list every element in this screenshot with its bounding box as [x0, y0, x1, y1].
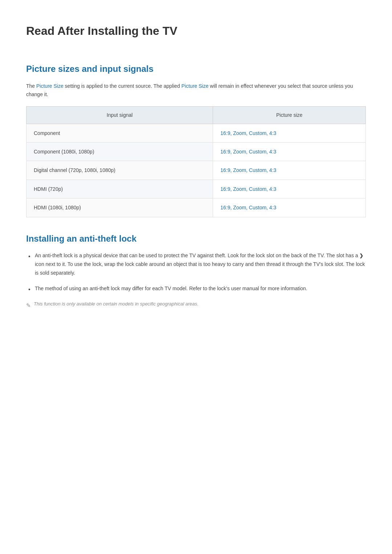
list-item-1: An anti-theft lock is a physical device … — [26, 251, 366, 277]
table-row: Component (1080i, 1080p)16:9, Zoom, Cust… — [26, 142, 366, 161]
anti-theft-section: Installing an anti-theft lock An anti-th… — [26, 232, 366, 310]
intro-paragraph: The Picture Size setting is applied to t… — [26, 82, 366, 99]
picture-sizes-heading: Picture sizes and input signals — [26, 62, 366, 76]
note-line: ✎ This function is only available on cer… — [26, 300, 366, 310]
intro-text-part2: setting is applied to the current source… — [64, 83, 181, 89]
table-row: HDMI (720p)16:9, Zoom, Custom, 4:3 — [26, 180, 366, 198]
picture-sizes-table: Input signal Picture size Component16:9,… — [26, 106, 366, 217]
signal-cell: HDMI (720p) — [26, 180, 213, 198]
pencil-icon: ✎ — [26, 301, 31, 310]
bullet1-text-part1: An anti-theft lock is a physical device … — [35, 253, 359, 258]
chevron-right-icon: ❯ — [359, 252, 363, 260]
page-title: Read After Installing the TV — [26, 22, 366, 44]
note-text: This function is only available on certa… — [34, 300, 199, 308]
bullet1-text-part2: icon next to it. To use the lock, wrap t… — [35, 261, 365, 276]
picture-sizes-section: Picture sizes and input signals The Pict… — [26, 62, 366, 217]
col-input-signal-header: Input signal — [26, 107, 213, 124]
signal-cell: Component — [26, 124, 213, 142]
intro-text-part1: The — [26, 83, 36, 89]
signal-cell: Digital channel (720p, 1080i, 1080p) — [26, 161, 213, 180]
col-picture-size-header: Picture size — [213, 107, 366, 124]
list-item-2: The method of using an anti-theft lock m… — [26, 284, 366, 293]
anti-theft-list: An anti-theft lock is a physical device … — [26, 251, 366, 293]
anti-theft-heading: Installing an anti-theft lock — [26, 232, 366, 246]
signal-cell: HDMI (1080i, 1080p) — [26, 198, 213, 217]
table-row: Digital channel (720p, 1080i, 1080p)16:9… — [26, 161, 366, 180]
size-cell: 16:9, Zoom, Custom, 4:3 — [213, 198, 366, 217]
size-cell: 16:9, Zoom, Custom, 4:3 — [213, 142, 366, 161]
table-row: HDMI (1080i, 1080p)16:9, Zoom, Custom, 4… — [26, 198, 366, 217]
picture-size-link-2[interactable]: Picture Size — [181, 83, 209, 89]
table-row: Component16:9, Zoom, Custom, 4:3 — [26, 124, 366, 142]
signal-cell: Component (1080i, 1080p) — [26, 142, 213, 161]
picture-size-link-1[interactable]: Picture Size — [36, 83, 64, 89]
size-cell: 16:9, Zoom, Custom, 4:3 — [213, 180, 366, 198]
size-cell: 16:9, Zoom, Custom, 4:3 — [213, 161, 366, 180]
size-cell: 16:9, Zoom, Custom, 4:3 — [213, 124, 366, 142]
